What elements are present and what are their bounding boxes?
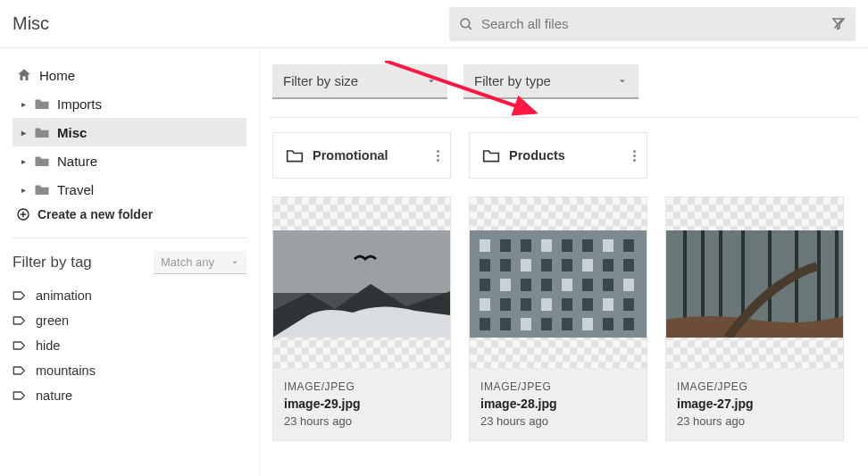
svg-rect-41 bbox=[623, 298, 634, 311]
tag-label: mountains bbox=[36, 363, 96, 378]
home-icon bbox=[16, 67, 32, 83]
caret-icon: ▸ bbox=[21, 156, 30, 166]
svg-rect-40 bbox=[603, 298, 613, 311]
tag-match-mode-select[interactable]: Match any bbox=[154, 251, 246, 274]
tag-label: nature bbox=[36, 388, 72, 403]
tag-icon bbox=[13, 364, 27, 377]
tag-label: hide bbox=[36, 338, 60, 353]
folder-icon bbox=[286, 147, 304, 163]
svg-rect-49 bbox=[623, 318, 634, 330]
folder-card-label: Products bbox=[509, 148, 628, 163]
caret-icon: ▸ bbox=[21, 185, 30, 195]
svg-rect-31 bbox=[582, 279, 593, 291]
image-mime-type: IMAGE/JPEG bbox=[284, 380, 439, 393]
svg-rect-32 bbox=[603, 279, 613, 291]
image-card[interactable]: IMAGE/JPEG image-27.jpg 23 hours ago bbox=[665, 196, 844, 441]
sidebar-folder-label: Nature bbox=[57, 154, 97, 169]
folder-card-label: Promotional bbox=[313, 148, 431, 163]
svg-rect-13 bbox=[541, 239, 552, 252]
tag-item-animation[interactable]: animation bbox=[13, 283, 246, 308]
svg-rect-46 bbox=[562, 318, 572, 330]
clear-filters-icon[interactable] bbox=[830, 16, 847, 32]
image-thumbnail[interactable] bbox=[470, 197, 647, 370]
sidebar-item-home[interactable]: Home bbox=[13, 61, 246, 89]
main-content: Filter by size Filter by type Promotiona… bbox=[259, 48, 868, 476]
folder-icon bbox=[34, 154, 50, 168]
filter-by-tag-title: Filter by tag bbox=[13, 254, 92, 271]
folder-icon bbox=[34, 125, 50, 139]
svg-rect-14 bbox=[562, 239, 572, 252]
create-folder-button[interactable]: Create a new folder bbox=[13, 207, 246, 221]
tag-item-green[interactable]: green bbox=[13, 308, 246, 333]
image-file-name: image-29.jpg bbox=[284, 397, 439, 411]
plus-circle-icon bbox=[16, 207, 30, 221]
image-card[interactable]: IMAGE/JPEG image-28.jpg 23 hours ago bbox=[469, 196, 647, 441]
svg-rect-15 bbox=[582, 239, 593, 252]
chevron-down-icon bbox=[230, 258, 239, 267]
folder-icon bbox=[34, 182, 50, 196]
svg-rect-57 bbox=[768, 230, 772, 338]
svg-rect-10 bbox=[480, 239, 490, 252]
filter-type-label: Filter by type bbox=[474, 73, 551, 88]
svg-rect-29 bbox=[541, 279, 552, 291]
search-input[interactable] bbox=[481, 16, 830, 31]
image-mime-type: IMAGE/JPEG bbox=[480, 380, 636, 393]
svg-rect-35 bbox=[500, 298, 511, 311]
tag-label: green bbox=[36, 313, 69, 328]
svg-rect-36 bbox=[521, 298, 531, 311]
page-title: Misc bbox=[13, 13, 49, 34]
folder-card-promotional[interactable]: Promotional bbox=[272, 132, 451, 179]
image-file-name: image-28.jpg bbox=[480, 397, 636, 411]
search-icon bbox=[458, 16, 474, 32]
svg-rect-45 bbox=[541, 318, 552, 330]
svg-line-2 bbox=[835, 19, 843, 29]
folder-card-products[interactable]: Products bbox=[469, 132, 647, 179]
sidebar-item-imports[interactable]: ▸ Imports bbox=[13, 89, 246, 118]
image-modified-time: 23 hours ago bbox=[480, 414, 636, 428]
svg-rect-39 bbox=[582, 298, 593, 311]
filter-by-type-select[interactable]: Filter by type bbox=[463, 64, 638, 99]
svg-rect-23 bbox=[582, 259, 593, 271]
image-card[interactable]: IMAGE/JPEG image-29.jpg 23 hours ago bbox=[272, 196, 451, 441]
svg-rect-27 bbox=[500, 279, 511, 291]
tag-item-nature[interactable]: nature bbox=[13, 383, 246, 408]
tag-icon bbox=[13, 289, 27, 302]
caret-icon: ▸ bbox=[21, 128, 30, 138]
svg-rect-22 bbox=[562, 259, 572, 271]
svg-rect-43 bbox=[500, 318, 511, 330]
sidebar-folder-label: Travel bbox=[57, 182, 94, 197]
sidebar: Home ▸ Imports▸ Misc▸ Nature▸ Travel Cre… bbox=[0, 48, 259, 476]
image-thumbnail[interactable] bbox=[273, 197, 450, 370]
svg-rect-19 bbox=[500, 259, 511, 271]
tag-item-mountains[interactable]: mountains bbox=[13, 358, 246, 383]
tag-icon bbox=[13, 389, 27, 402]
sidebar-label-home: Home bbox=[39, 68, 75, 83]
svg-rect-38 bbox=[562, 298, 572, 311]
sidebar-folder-label: Misc bbox=[57, 125, 87, 140]
svg-rect-58 bbox=[795, 230, 798, 338]
sidebar-item-misc[interactable]: ▸ Misc bbox=[13, 118, 246, 146]
svg-rect-24 bbox=[603, 259, 613, 271]
svg-rect-16 bbox=[603, 239, 613, 252]
create-folder-label: Create a new folder bbox=[38, 207, 153, 221]
sidebar-item-nature[interactable]: ▸ Nature bbox=[13, 146, 246, 175]
chevron-down-icon bbox=[617, 76, 628, 87]
tag-label: animation bbox=[36, 288, 92, 303]
svg-rect-17 bbox=[623, 239, 634, 252]
more-options-icon[interactable] bbox=[431, 145, 445, 167]
svg-rect-12 bbox=[521, 239, 531, 252]
more-options-icon[interactable] bbox=[628, 145, 641, 167]
chevron-down-icon bbox=[426, 76, 437, 87]
tag-icon bbox=[13, 339, 27, 352]
tag-mode-label: Match any bbox=[161, 255, 214, 269]
search-bar[interactable] bbox=[449, 7, 855, 41]
image-thumbnail[interactable] bbox=[666, 197, 843, 370]
svg-line-1 bbox=[468, 26, 472, 29]
svg-rect-20 bbox=[521, 259, 531, 271]
sidebar-item-travel[interactable]: ▸ Travel bbox=[13, 175, 246, 204]
svg-rect-26 bbox=[480, 279, 490, 291]
filter-size-label: Filter by size bbox=[283, 73, 358, 88]
filter-by-size-select[interactable]: Filter by size bbox=[272, 64, 447, 99]
tag-item-hide[interactable]: hide bbox=[13, 333, 246, 358]
tag-icon bbox=[13, 314, 27, 327]
